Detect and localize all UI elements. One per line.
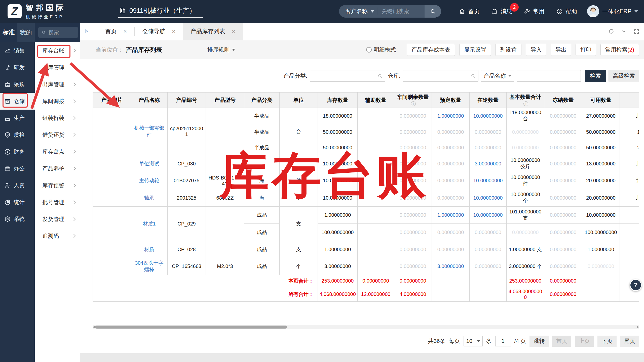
submenu-item-2[interactable]: 出库管理 [35,76,80,93]
cell-transit-qty[interactable]: 10.00000000 [470,108,507,124]
chevron-down-icon[interactable] [621,28,627,34]
sidebar-module-7[interactable]: 办公 [0,160,35,177]
close-icon[interactable]: × [172,28,175,35]
cell-available-qty: 50.00000000 [582,124,620,140]
cell-reserved-qty[interactable]: 3.00000000 [432,258,470,275]
scroll-right-icon[interactable] [637,326,639,329]
office-icon [4,165,11,172]
last-page-button[interactable]: 尾页 [620,336,639,347]
sidebar-tab-mine[interactable]: 我的 [17,23,35,42]
search-button[interactable] [425,5,441,18]
next-page-button[interactable]: 下页 [597,336,617,347]
sidebar-tab-standard[interactable]: 标准 [0,23,17,42]
sidebar-module-3[interactable]: 仓储 [0,93,35,110]
warehouse-filter-input[interactable] [403,70,478,82]
cell-transit-qty[interactable]: 3.00000000 [470,155,507,172]
scrollbar-thumb[interactable] [95,326,287,329]
category-filter-input[interactable] [310,70,385,82]
cell-product-name[interactable]: 材质 [131,241,168,258]
keyword-search-input[interactable] [378,8,425,15]
sort-rule-dropdown[interactable]: 排序规则 [207,46,235,54]
submenu-item-0[interactable]: 库存台账 [35,42,80,59]
cell-reserved-qty[interactable]: 1.00000000 [432,207,470,224]
cell-product-name[interactable]: 机械一部零部件 [131,108,168,155]
submenu-item-1[interactable]: 入库管理 [35,59,80,76]
submenu-item-4[interactable]: 组装拆装 [35,110,80,126]
info-icon[interactable]: i [411,101,416,106]
tab-1[interactable]: 仓储导航× [135,23,183,40]
sidebar-module-10[interactable]: 系统 [0,211,35,228]
nav-help[interactable]: ? 帮助 [556,8,577,15]
cell-product-name[interactable]: 主传动轮 [131,172,168,189]
cell-product-name[interactable]: 材质1 [131,207,168,241]
submenu-item-3[interactable]: 库间调拨 [35,93,80,110]
keyword-filter-input[interactable] [517,70,581,82]
cell-product-code: 2001325 [168,189,206,207]
radio-icon[interactable] [366,47,372,53]
sidebar-module-1[interactable]: 研发 [0,59,35,76]
sidebar-module-4[interactable]: 生产 [0,110,35,126]
toolbar-button-5[interactable]: 打印 [576,44,596,56]
cell-product-name[interactable]: 单位测试 [131,155,168,172]
help-fab-button[interactable]: ? [630,279,642,291]
collapse-sidebar-icon[interactable] [84,28,91,35]
jump-button[interactable]: 跳转 [529,336,549,347]
cell-reserved-qty[interactable]: 1.00000000 [432,108,470,124]
submenu-item-11[interactable]: 追溯码 [35,228,80,244]
submenu-item-7[interactable]: 产品养护 [35,160,80,177]
search-submit-button[interactable]: 检索 [585,70,606,82]
advanced-search-button[interactable]: 高级检索 [609,70,639,82]
cell-product-name[interactable]: 304盘头十字螺栓 [131,258,168,275]
favorite-search-button[interactable]: 常用检索 (2) [600,44,639,56]
cell-aux-qty [358,207,394,224]
tab-2[interactable]: 产品库存列表× [183,23,243,40]
scroll-left-icon[interactable] [93,326,95,329]
search-icon[interactable] [470,73,476,79]
sidebar-module-2[interactable]: 采购 [0,76,35,93]
cell-aux-qty [358,124,394,140]
search-icon[interactable] [377,73,383,79]
prev-page-button[interactable]: 上页 [575,336,594,347]
info-icon[interactable]: i [523,101,528,106]
toolbar-button-1[interactable]: 显示设置 [459,44,491,56]
sidebar-module-0[interactable]: 销售 [0,42,35,59]
toolbar-button-3[interactable]: 导入 [526,44,546,56]
sidebar-search-input[interactable] [48,29,73,35]
cell-transit-qty[interactable]: 10.00000000 [470,189,507,207]
sidebar-module-5[interactable]: 质检 [0,126,35,143]
page-number-input[interactable] [495,336,511,346]
submenu-item-9[interactable]: 批号管理 [35,194,80,211]
company-link[interactable]: 0911机械行业（生产） [118,5,203,18]
user-menu[interactable]: 一体化ERP [587,5,638,17]
cell-product-name[interactable]: 轴承 [131,189,168,207]
first-page-button[interactable]: 首页 [552,336,571,347]
close-icon[interactable]: × [123,28,127,35]
close-icon[interactable]: × [232,28,235,35]
per-page-select[interactable]: 10 [464,336,483,346]
fullscreen-icon[interactable] [633,28,639,34]
sidebar-module-6[interactable]: 财务 [0,143,35,160]
search-category-select[interactable]: 客户名称 [339,8,378,15]
tab-0[interactable]: 首页× [98,23,134,40]
cell-frozen-qty: 0.00000000 [544,140,582,155]
toolbar-button-4[interactable]: 导出 [551,44,571,56]
refresh-icon[interactable] [608,28,614,34]
cell-transit-qty[interactable]: 10.00000000 [470,207,507,224]
cell-transit-qty[interactable]: 10.00000000 [470,172,507,189]
toolbar-button-2[interactable]: 列设置 [495,44,521,56]
sidebar-module-8[interactable]: 人资 [0,177,35,194]
sort-rule-label: 排序规则 [207,46,230,54]
nav-favorites[interactable]: 常用 [524,8,545,15]
submenu-item-10[interactable]: 发货管理 [35,211,80,228]
detail-mode-option[interactable]: 明细模式 [366,46,396,54]
submenu-item-6[interactable]: 库存盘点 [35,143,80,160]
sidebar-module-9[interactable]: 统计 [0,194,35,211]
nav-home[interactable]: 首页 [459,8,480,15]
submenu-item-8[interactable]: 库存预警 [35,177,80,194]
header-product-image: 产品图片 [93,93,131,108]
horizontal-scrollbar[interactable] [93,325,639,329]
submenu-item-5[interactable]: 借贷还货 [35,126,80,143]
toolbar-button-0[interactable]: 产品库存成本表 [407,44,455,56]
nav-messages[interactable]: 消息 2 [491,8,512,15]
field-select[interactable]: 产品名称 [481,70,514,82]
